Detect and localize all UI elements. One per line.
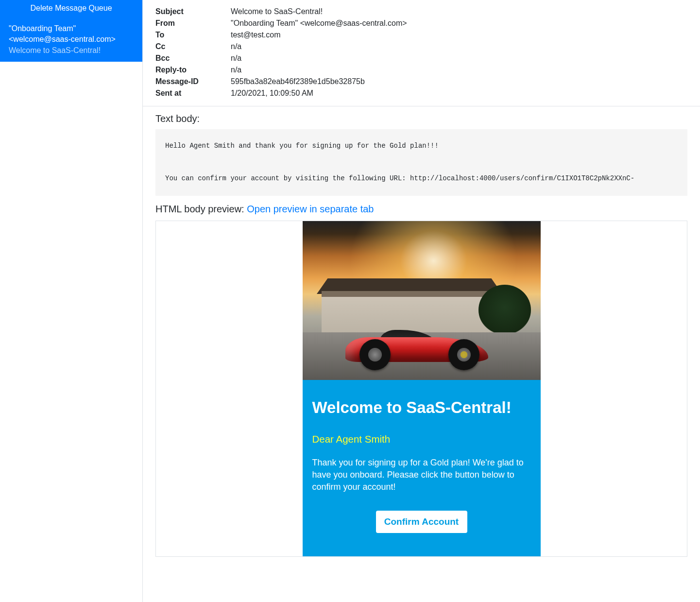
email-title: Welcome to SaaS-Central! — [312, 398, 531, 417]
main-panel: Subject Welcome to SaaS-Central! From "O… — [142, 0, 700, 602]
message-from: "Onboarding Team" <welcome@saas-central.… — [9, 23, 134, 44]
meta-sentat-value: 1/20/2021, 10:09:50 AM — [231, 87, 687, 99]
text-body-content: Hello Agent Smith and thank you for sign… — [155, 129, 687, 196]
meta-replyto-value: n/a — [231, 64, 687, 76]
message-meta: Subject Welcome to SaaS-Central! From "O… — [143, 0, 700, 106]
meta-bcc-label: Bcc — [155, 52, 231, 64]
meta-messageid-label: Message-ID — [155, 76, 231, 87]
meta-replyto-label: Reply-to — [155, 64, 231, 76]
meta-from-label: From — [155, 17, 231, 29]
confirm-account-button[interactable]: Confirm Account — [376, 511, 467, 533]
email-greeting: Dear Agent Smith — [312, 433, 531, 445]
html-body-heading-label: HTML body preview: — [155, 204, 247, 214]
email-hero-image — [303, 221, 541, 380]
html-preview-frame: Welcome to SaaS-Central! Dear Agent Smit… — [155, 221, 687, 557]
meta-bcc-value: n/a — [231, 52, 687, 64]
meta-cc-label: Cc — [155, 41, 231, 52]
meta-cc-value: n/a — [231, 41, 687, 52]
text-body-heading: Text body: — [143, 106, 700, 129]
sidebar: Delete Message Queue "Onboarding Team" <… — [0, 0, 142, 602]
meta-subject-row: Subject Welcome to SaaS-Central! — [155, 6, 687, 17]
email-container: Welcome to SaaS-Central! Dear Agent Smit… — [303, 221, 541, 557]
email-body: Welcome to SaaS-Central! Dear Agent Smit… — [303, 380, 541, 557]
meta-sentat-label: Sent at — [155, 87, 231, 99]
delete-queue-button[interactable]: Delete Message Queue — [0, 0, 142, 17]
meta-subject-value: Welcome to SaaS-Central! — [231, 6, 687, 17]
message-list-item[interactable]: "Onboarding Team" <welcome@saas-central.… — [0, 17, 142, 62]
html-body-heading: HTML body preview: Open preview in separ… — [143, 200, 700, 221]
meta-messageid-row: Message-ID 595fba3a82eab46f2389e1d5be328… — [155, 76, 687, 87]
meta-to-value: test@test.com — [231, 29, 687, 41]
meta-sentat-row: Sent at 1/20/2021, 10:09:50 AM — [155, 87, 687, 99]
meta-cc-row: Cc n/a — [155, 41, 687, 52]
email-paragraph: Thank you for signing up for a Gold plan… — [312, 457, 531, 494]
message-subject: Welcome to SaaS-Central! — [9, 46, 134, 55]
meta-to-row: To test@test.com — [155, 29, 687, 41]
meta-from-value: "Onboarding Team" <welcome@saas-central.… — [231, 17, 687, 29]
meta-bcc-row: Bcc n/a — [155, 52, 687, 64]
meta-from-row: From "Onboarding Team" <welcome@saas-cen… — [155, 17, 687, 29]
meta-to-label: To — [155, 29, 231, 41]
meta-subject-label: Subject — [155, 6, 231, 17]
meta-replyto-row: Reply-to n/a — [155, 64, 687, 76]
open-preview-link[interactable]: Open preview in separate tab — [247, 204, 374, 214]
meta-messageid-value: 595fba3a82eab46f2389e1d5be32875b — [231, 76, 687, 87]
